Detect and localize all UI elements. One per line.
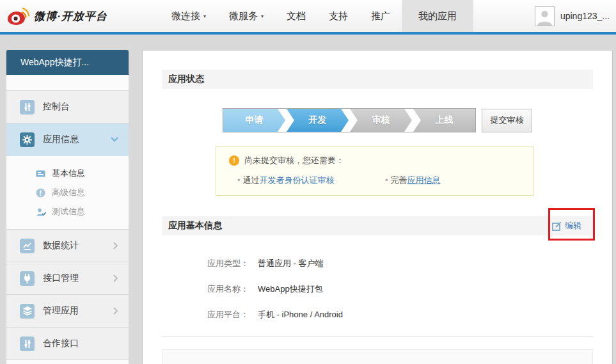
app-status-header: 应用状态	[162, 70, 593, 89]
edit-pencil-icon	[552, 221, 562, 231]
basic-info-fields: 应用类型： 普通应用 - 客户端 应用名称： WebApp快捷打包 应用平台： …	[162, 251, 593, 328]
sidebar-subitem-basic-info[interactable]: 基本信息	[6, 164, 129, 183]
sidebar-subitem-test-info[interactable]: 测试信息	[6, 202, 129, 221]
user-area[interactable]: uping123_...	[535, 0, 610, 32]
chevron-right-icon	[113, 307, 118, 315]
bullet-icon: •	[385, 175, 388, 185]
step-review: 审核	[350, 109, 412, 132]
nav-support[interactable]: 支持	[317, 0, 359, 32]
nav-micro-connect[interactable]: 微连接 ▾	[160, 0, 217, 32]
identity-review-link[interactable]: 开发者身份认证审核	[260, 175, 335, 185]
sliders-icon	[20, 336, 35, 351]
step-apply: 申请	[223, 109, 285, 132]
layers-icon	[20, 304, 35, 319]
plug-icon	[20, 271, 35, 286]
sidebar-spacer	[6, 75, 129, 91]
chevron-right-icon	[113, 242, 118, 249]
notice-item-identity: •通过开发者身份认证审核	[237, 175, 385, 186]
sidebar-item-manage-apps[interactable]: 管理应用	[6, 295, 129, 328]
topbar: 微博·开放平台 微连接 ▾ 微服务 ▾ 文档 支持 推广 我的应用 uping1…	[0, 0, 616, 35]
username[interactable]: uping123_...	[560, 11, 610, 21]
warning-icon: !	[229, 155, 239, 166]
status-steps: 申请 开发 审核 上线	[223, 108, 476, 132]
sidebar-item-app-info[interactable]: 应用信息	[6, 123, 129, 156]
submit-review-button[interactable]: 提交审核	[482, 109, 532, 132]
chevron-down-icon	[111, 137, 118, 142]
sidebar-partial-row	[6, 360, 129, 364]
sidebar-item-api-management[interactable]: 接口管理	[6, 262, 129, 295]
logo-text: 微博·开放平台	[34, 9, 107, 24]
notice-item-app-info: •完善应用信息	[385, 175, 533, 186]
step-online: 上线	[413, 109, 475, 132]
nav-my-apps[interactable]: 我的应用	[402, 0, 473, 32]
chevron-right-icon	[113, 274, 118, 282]
edit-button[interactable]: 编辑	[552, 220, 581, 232]
weibo-logo[interactable]: 微博·开放平台	[8, 0, 129, 32]
basic-info-header: 应用基本信息 编辑	[162, 216, 593, 235]
person-silhouette-icon	[537, 9, 552, 26]
avatar[interactable]	[535, 6, 555, 26]
app-info-submenu: 基本信息 高级信息 测试信息	[6, 156, 129, 230]
user-check-icon	[35, 208, 46, 216]
notice-title: 尚未提交审核，您还需要：	[244, 155, 344, 166]
weibo-eye-icon	[8, 6, 29, 26]
gear-icon	[20, 132, 35, 147]
app-info-link[interactable]: 应用信息	[407, 175, 441, 185]
nav-promotion[interactable]: 推广	[359, 0, 402, 32]
bullet-icon: •	[237, 175, 241, 185]
basic-info-title: 应用基本信息	[168, 220, 552, 232]
sidebar-item-cooperation-api[interactable]: 合作接口	[6, 328, 129, 360]
chevron-down-icon: ▾	[203, 13, 206, 19]
exclamation-circle-icon	[35, 188, 46, 198]
apple-id-box: Apple ID： 11223344	[162, 349, 593, 364]
chart-icon	[20, 239, 35, 253]
nav-micro-services[interactable]: 微服务 ▾	[217, 0, 275, 32]
app-status-title: 应用状态	[168, 74, 587, 85]
field-app-type: 应用类型： 普通应用 - 客户端	[162, 251, 593, 276]
section-divider	[162, 336, 593, 336]
nav-docs[interactable]: 文档	[275, 0, 317, 32]
chevron-down-icon: ▾	[261, 13, 264, 19]
step-develop: 开发	[287, 109, 349, 132]
sidebar-item-console[interactable]: 控制台	[6, 91, 129, 123]
card-icon	[35, 170, 46, 178]
review-notice-box: ! 尚未提交审核，您还需要： •通过开发者身份认证审核 •完善应用信息	[216, 146, 533, 196]
field-app-platform: 应用平台： 手机 - iPhone / Android	[162, 302, 593, 328]
field-app-name: 应用名称： WebApp快捷打包	[162, 276, 593, 302]
main-panel: 应用状态 申请 开发 审核 上线 提交审核 ! 尚未提交审核，您还需要： •通过…	[142, 50, 613, 364]
console-sliders-icon	[20, 100, 35, 115]
sidebar: WebApp快捷打... 控制台 应用信息 基本信息 高级信息	[6, 50, 129, 364]
sidebar-item-data-stats[interactable]: 数据统计	[6, 230, 129, 262]
sidebar-app-name: WebApp快捷打...	[6, 50, 129, 75]
sidebar-subitem-advanced-info[interactable]: 高级信息	[6, 183, 129, 202]
field-apple-id: Apple ID： 11223344	[162, 355, 592, 364]
top-nav: 微连接 ▾ 微服务 ▾ 文档 支持 推广 我的应用	[160, 0, 473, 32]
status-steps-row: 申请 开发 审核 上线 提交审核	[223, 108, 593, 132]
